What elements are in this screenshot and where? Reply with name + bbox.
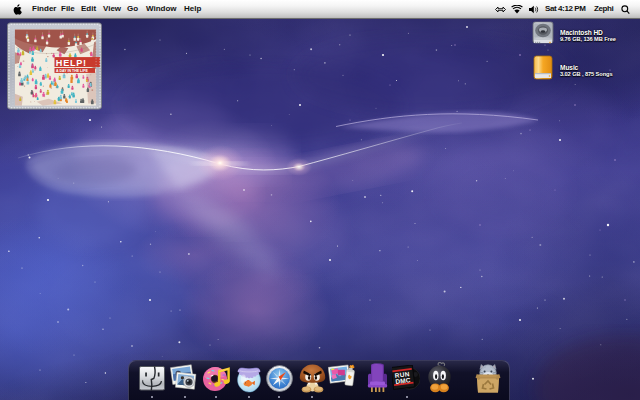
- svg-text:HELP!: HELP!: [56, 58, 87, 68]
- svg-text:A DAY IN THE LIFE: A DAY IN THE LIFE: [56, 69, 88, 73]
